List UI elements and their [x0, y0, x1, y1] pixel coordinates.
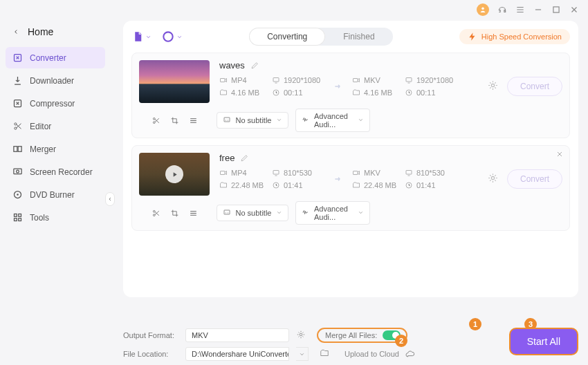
- editor-icon: [12, 121, 23, 131]
- sidebar-item-label: Tools: [30, 213, 49, 223]
- more-icon[interactable]: [189, 116, 198, 125]
- sidebar-item-converter[interactable]: Converter: [6, 47, 105, 68]
- file-location-label: File Location:: [123, 350, 178, 358]
- video-thumbnail[interactable]: [139, 153, 210, 196]
- sidebar-item-merger[interactable]: Merger: [6, 138, 105, 160]
- gear-icon: [487, 172, 499, 184]
- dst-format: MKV: [364, 169, 380, 177]
- merge-label: Merge All Files:: [325, 331, 377, 339]
- browse-folder-button[interactable]: [320, 348, 329, 359]
- gear-icon: [296, 330, 306, 339]
- chevron-down-icon: [176, 34, 183, 40]
- sidebar-item-editor[interactable]: Editor: [6, 115, 105, 137]
- bolt-icon: [468, 32, 477, 41]
- arrow-right-icon: [332, 174, 344, 184]
- src-duration: 01:41: [284, 181, 303, 189]
- file-name: free: [219, 153, 235, 163]
- folder-icon: [219, 88, 228, 97]
- back-icon: [12, 28, 19, 35]
- convert-button[interactable]: Convert: [507, 77, 562, 96]
- output-settings-button[interactable]: [487, 79, 499, 93]
- merge-all-toggle[interactable]: Merge All Files:: [317, 328, 407, 343]
- audio-icon: [302, 208, 310, 216]
- src-size: 22.48 MB: [231, 181, 264, 189]
- tab-finished[interactable]: Finished: [325, 28, 392, 46]
- add-file-button[interactable]: [131, 30, 151, 43]
- chevron-down-icon: [358, 209, 364, 216]
- output-settings-button[interactable]: [487, 172, 499, 186]
- rename-icon[interactable]: [250, 61, 259, 70]
- close-button[interactable]: [569, 5, 579, 15]
- crop-icon[interactable]: [170, 209, 179, 218]
- home-label: Home: [28, 26, 53, 37]
- resolution-icon: [405, 169, 413, 177]
- subtitle-select[interactable]: No subtitle: [217, 112, 288, 129]
- dst-size: 22.48 MB: [364, 181, 396, 189]
- add-file-icon: [131, 30, 144, 43]
- file-location-value[interactable]: D:\Wondershare UniConverter 1: [185, 347, 289, 361]
- sidebar-item-downloader[interactable]: Downloader: [6, 70, 105, 91]
- output-format-settings-button[interactable]: [296, 330, 306, 341]
- src-res: 810*530: [284, 169, 312, 177]
- upload-to-cloud[interactable]: Upload to Cloud: [344, 348, 416, 359]
- sidebar-item-compressor[interactable]: Compressor: [6, 93, 105, 114]
- merger-icon: [12, 144, 23, 154]
- start-all-wrap: Start All: [509, 328, 578, 355]
- audio-value: Advanced Audi...: [314, 112, 353, 129]
- minimize-button[interactable]: [533, 5, 543, 15]
- support-icon[interactable]: [497, 5, 507, 15]
- crop-icon[interactable]: [170, 116, 179, 125]
- more-icon[interactable]: [189, 209, 198, 218]
- tab-label: Converting: [267, 32, 307, 41]
- downloader-icon: [12, 75, 23, 86]
- rename-icon[interactable]: [240, 153, 249, 162]
- screen-recorder-icon: [12, 167, 23, 177]
- video-thumbnail[interactable]: [139, 60, 210, 103]
- main-area: Converting Finished High Speed Conversio…: [111, 15, 588, 365]
- file-card: waves MP4 4.16 MB 1920*1080 00: [131, 53, 570, 138]
- convert-button[interactable]: Convert: [507, 169, 562, 189]
- sidebar-item-screen-recorder[interactable]: Screen Recorder: [6, 161, 105, 182]
- chevron-down-icon: [358, 117, 364, 123]
- arrow-right-icon: [332, 82, 344, 91]
- audio-select[interactable]: Advanced Audi...: [295, 201, 370, 225]
- tab-converting[interactable]: Converting: [249, 28, 325, 46]
- high-speed-toggle[interactable]: High Speed Conversion: [459, 29, 570, 44]
- start-all-button[interactable]: Start All: [509, 328, 578, 355]
- sidebar-item-label: Editor: [30, 122, 51, 131]
- src-format: MP4: [231, 169, 247, 177]
- add-ring-icon: [161, 30, 175, 44]
- sidebar-item-tools[interactable]: Tools: [6, 207, 105, 228]
- file-name: waves: [219, 60, 245, 71]
- trim-icon[interactable]: [151, 209, 160, 218]
- sidebar-item-label: Screen Recorder: [30, 167, 93, 177]
- maximize-button[interactable]: [551, 5, 561, 15]
- remove-file-button[interactable]: [555, 150, 564, 160]
- output-format-label: Output Format:: [123, 331, 178, 339]
- home-link[interactable]: Home: [6, 22, 105, 47]
- trim-icon[interactable]: [151, 116, 160, 125]
- menu-icon[interactable]: [515, 5, 525, 15]
- audio-select[interactable]: Advanced Audi...: [295, 109, 370, 132]
- clock-icon: [272, 181, 280, 189]
- converter-panel: Converting Finished High Speed Conversio…: [123, 21, 578, 297]
- add-url-button[interactable]: [161, 30, 183, 44]
- sidebar-item-label: Converter: [30, 53, 66, 63]
- subtitle-value: No subtitle: [236, 116, 272, 124]
- bottom-bar: Output Format: MKV Merge All Files: File…: [123, 324, 578, 361]
- sidebar-item-label: Downloader: [30, 76, 74, 86]
- subtitle-icon: [223, 208, 231, 216]
- dst-res: 810*530: [416, 169, 445, 177]
- subtitle-select[interactable]: No subtitle: [217, 205, 288, 221]
- src-size: 4.16 MB: [231, 88, 259, 97]
- file-location-dropdown[interactable]: [296, 347, 309, 361]
- sidebar-item-label: DVD Burner: [30, 190, 75, 200]
- sidebar-item-label: Merger: [30, 144, 56, 154]
- folder-icon: [219, 181, 228, 189]
- user-avatar[interactable]: [477, 3, 489, 16]
- resolution-icon: [272, 169, 280, 177]
- clock-icon: [405, 88, 413, 97]
- subtitle-value: No subtitle: [236, 209, 272, 217]
- sidebar-item-dvd-burner[interactable]: DVD Burner: [6, 184, 105, 205]
- output-format-value[interactable]: MKV: [185, 328, 289, 342]
